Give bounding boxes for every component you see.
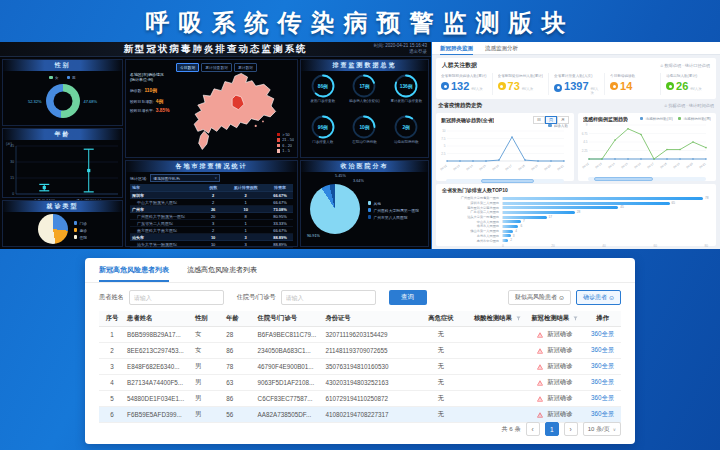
svg-text:2.25: 2.25 bbox=[582, 148, 588, 152]
gauge-value: 136例 bbox=[385, 83, 427, 89]
cell: 73.08% bbox=[267, 207, 293, 212]
flu-trend-zoom-slider[interactable] bbox=[588, 177, 706, 181]
gauge-value: 10例 bbox=[344, 124, 386, 130]
bar[interactable]: 7 bbox=[503, 220, 521, 223]
pie-value-label: 52.32% bbox=[16, 99, 42, 104]
patient-tab-1[interactable]: 流感高危风险患者列表 bbox=[187, 265, 257, 282]
hospital-select[interactable]: 请选择医疗机构 ∨ bbox=[150, 174, 220, 182]
covid-confirmed-badge: 新冠确诊 bbox=[527, 394, 584, 403]
prev-page-button[interactable]: ‹ bbox=[526, 422, 540, 436]
bar[interactable]: 17 bbox=[503, 216, 547, 219]
legend-label: 21 - 50 bbox=[282, 138, 294, 142]
confirmed-filter-button[interactable]: 确诊患者⊙ bbox=[576, 290, 621, 305]
bar[interactable]: 6 bbox=[503, 225, 518, 228]
table-row[interactable]: 深圳市2266.67% bbox=[130, 192, 293, 199]
bar[interactable]: 78 bbox=[503, 197, 703, 200]
patient-row[interactable]: 6F6B59E5AFD399...男56AA82A738505DF...4108… bbox=[99, 407, 621, 423]
period-toggle-日[interactable]: 日 bbox=[533, 116, 545, 124]
patient-row[interactable]: 28EE6213C297453...女86234050BA683C1...211… bbox=[99, 343, 621, 359]
period-toggle-月[interactable]: 月 bbox=[557, 116, 569, 124]
cell: 46790F4E900B01... bbox=[256, 363, 324, 370]
pie-chart-gender_donut bbox=[46, 84, 80, 118]
map-legend-item: 1 - 5 bbox=[277, 149, 294, 153]
bar-value-label: 6 bbox=[520, 224, 522, 228]
panorama-link[interactable]: 360全景 bbox=[584, 394, 621, 403]
pagination: 共 6 条 ‹ 1 › 10 条/页∨ bbox=[501, 422, 621, 436]
bar[interactable]: 65 bbox=[503, 202, 670, 205]
next-page-button[interactable]: › bbox=[564, 422, 578, 436]
patient-row[interactable]: 1B6B5998B29A17...女28B6FA9BEC811C79...320… bbox=[99, 327, 621, 343]
stat-card: 今日新增确诊数14 bbox=[604, 73, 660, 95]
city-panel-title: 各地市排查情况统计 bbox=[126, 161, 297, 172]
patient-table-header: 序号患者姓名性别年龄住院号/门诊号身份证号高危症状核酸检测结果新冠检测结果操作 bbox=[99, 311, 621, 327]
stat-card: 全省新冠肺炎确诊人数(累计)132例/人次 bbox=[436, 73, 492, 95]
age-panel: 年龄 (岁)0153045儿童 (0-14岁)成人 (15岁以上) bbox=[2, 128, 123, 198]
map-region-peninsula[interactable] bbox=[199, 131, 209, 149]
cell: 80.95% bbox=[267, 214, 293, 219]
period-toggle-周[interactable]: 周 bbox=[545, 116, 557, 124]
patient-tab-0[interactable]: 新冠高危风险患者列表 bbox=[99, 265, 169, 282]
patient-tabs: 新冠高危风险患者列表流感高危风险患者列表 bbox=[85, 258, 635, 283]
legend-label: 广州市第八人民医院 bbox=[373, 215, 407, 220]
nav-tab-0[interactable]: 新冠肺炎监测 bbox=[440, 42, 473, 55]
table-row[interactable]: 广州市261073.08% bbox=[130, 206, 293, 213]
bar-track: 78 bbox=[502, 197, 708, 200]
filter-icon[interactable] bbox=[514, 316, 523, 321]
cell: 3 bbox=[202, 221, 225, 226]
bar-category-label: 汕头大学第一附属医院 bbox=[440, 215, 502, 219]
line-chart-svg: 2.254.56.75904-1204-1304-1404-1504-1604-… bbox=[578, 122, 710, 172]
cell: 10 bbox=[202, 235, 225, 240]
legend-swatch bbox=[277, 149, 281, 153]
table-row[interactable]: 汕头大学第一附属医院10388.89% bbox=[130, 241, 293, 248]
bar-category-label: 东莞市人民医院 bbox=[440, 234, 502, 238]
bar[interactable]: 45 bbox=[503, 206, 618, 209]
table-row[interactable]: 南方医科大学南方医院2166.67% bbox=[130, 227, 293, 234]
stat-row: 26例/人次 bbox=[666, 80, 711, 92]
filter-icon[interactable] bbox=[571, 316, 580, 321]
axis-tick: 0 bbox=[502, 244, 504, 248]
page-1-button[interactable]: 1 bbox=[545, 422, 559, 436]
svg-text:04-21: 04-21 bbox=[557, 163, 565, 171]
warning-icon bbox=[537, 396, 543, 402]
map-stats: 各地区(市)确诊情况 (统计单位:例) 确诊数:110例较昨日新增数:4例较昨日… bbox=[130, 72, 180, 113]
logout-button[interactable]: 退出登录 bbox=[374, 49, 427, 55]
patient-row[interactable]: 554880DE1F034E1...男86C6CF83EC77587...610… bbox=[99, 391, 621, 407]
nav-tab-1[interactable]: 流感监测分析 bbox=[485, 42, 518, 54]
svg-text:04-14: 04-14 bbox=[466, 163, 474, 171]
panorama-link[interactable]: 360全景 bbox=[584, 330, 621, 339]
bar[interactable]: 3 bbox=[503, 234, 511, 237]
panorama-link[interactable]: 360全景 bbox=[584, 378, 621, 387]
panorama-link[interactable]: 360全景 bbox=[584, 346, 621, 355]
bar[interactable]: 4 bbox=[503, 230, 513, 233]
table-row[interactable]: 汕头市10388.89% bbox=[130, 234, 293, 241]
suspect-filter-button[interactable]: 疑似高风险患者⊙ bbox=[508, 290, 571, 305]
covid-trend-zoom-slider[interactable] bbox=[446, 179, 564, 183]
table-row[interactable]: 中山大学附属第八医院2166.67% bbox=[130, 199, 293, 206]
overview-link[interactable]: ⊙ 数据说明 · 统计口径说明 bbox=[660, 63, 710, 68]
svg-text:04-20: 04-20 bbox=[686, 161, 694, 169]
table-row[interactable]: 广州医科大学附属第一医院20880.95% bbox=[130, 213, 293, 220]
patient-row[interactable]: 3E848F682E6340...男7846790F4E900B01...350… bbox=[99, 359, 621, 375]
search-button[interactable]: 查询 bbox=[389, 290, 427, 305]
map-legend-item: > 50 bbox=[277, 133, 294, 137]
panorama-link[interactable]: 360全景 bbox=[584, 362, 621, 371]
panorama-link[interactable]: 360全景 bbox=[584, 410, 621, 419]
legend-swatch bbox=[368, 215, 372, 219]
cell: 女 bbox=[193, 330, 224, 339]
legend-item: 广州市第八人民医院 bbox=[368, 215, 419, 220]
visit-no-input[interactable] bbox=[281, 290, 376, 305]
trend-section-link[interactable]: ⊙ 指标说明 · 统计时间说明 bbox=[664, 103, 714, 108]
svg-text:15: 15 bbox=[10, 176, 14, 180]
legend-item: 流感样病例数(周) bbox=[678, 117, 711, 121]
bar[interactable]: 2 bbox=[503, 239, 508, 242]
bar[interactable]: 28 bbox=[503, 211, 575, 214]
cell: 无 bbox=[412, 410, 469, 419]
cell: 南方医科大学南方医院 bbox=[130, 228, 202, 233]
bar-value-label: 4 bbox=[515, 229, 517, 233]
patient-row[interactable]: 4B27134A74400F5...男639063F5D1AF2108...43… bbox=[99, 375, 621, 391]
bar-track: 17 bbox=[502, 216, 708, 219]
column-header: 身份证号 bbox=[323, 314, 412, 323]
page-size-select[interactable]: 10 条/页∨ bbox=[583, 422, 621, 436]
patient-name-input[interactable] bbox=[129, 290, 224, 305]
table-row[interactable]: 广东省第二人民医院3133.33% bbox=[130, 220, 293, 227]
